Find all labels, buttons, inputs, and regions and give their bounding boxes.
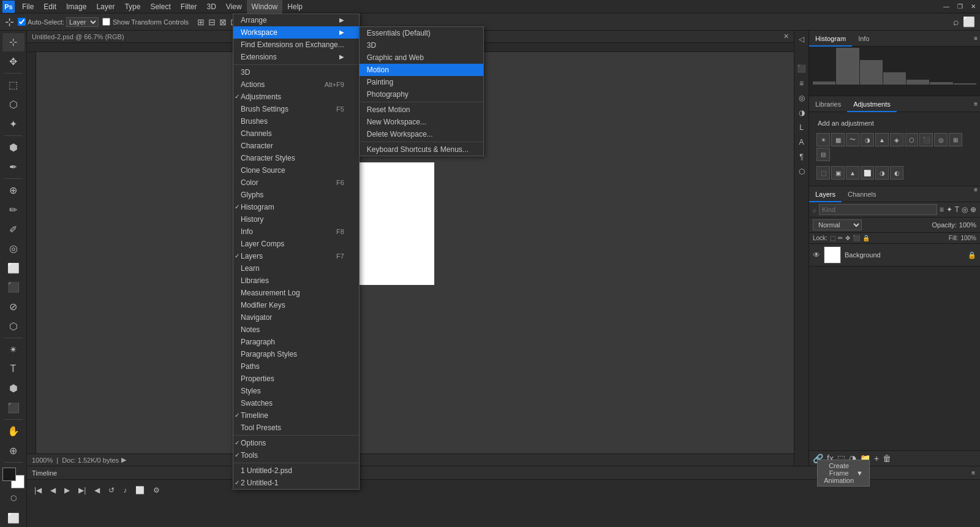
layer-row-background[interactable]: 👁 Background 🔒 [809, 244, 980, 267]
workspace-photography[interactable]: Photography [360, 88, 483, 100]
lock-all-icon[interactable]: 🔒 [862, 235, 870, 241]
filter-smart-icon[interactable]: ◎ [962, 205, 968, 214]
menu-item-info[interactable]: Info F8 [233, 226, 359, 238]
menu-edit[interactable]: Edit [39, 0, 61, 13]
timeline-menu-icon[interactable]: ≡ [971, 469, 975, 476]
menu-select[interactable]: Select [145, 0, 175, 13]
timeline-loop-icon[interactable]: ↺ [106, 485, 117, 496]
adj-gradmap-icon[interactable]: ⬜ [861, 166, 874, 180]
menu-item-glyphs[interactable]: Glyphs [233, 189, 359, 201]
menu-item-notes[interactable]: Notes [233, 324, 359, 336]
align-right-icon[interactable]: ⊠ [219, 17, 227, 27]
filter-attr-icon[interactable]: ⊕ [970, 205, 976, 214]
eyedropper-tool[interactable]: ✒ [2, 158, 24, 176]
tab-adjustments[interactable]: Adjustments [847, 96, 897, 112]
menu-item-navigator[interactable]: Navigator [233, 311, 359, 324]
histogram-menu-icon[interactable]: ≡ [974, 35, 980, 42]
adj-selective-icon[interactable]: ◑ [875, 166, 889, 180]
menu-image[interactable]: Image [61, 0, 91, 13]
workspace-motion[interactable]: Motion [360, 64, 483, 76]
timeline-play-icon[interactable]: ▶ [62, 485, 72, 496]
timeline-settings-icon[interactable]: ⚙ [151, 485, 162, 496]
expand-icon[interactable]: ⬜ [963, 16, 975, 28]
foreground-background-colors[interactable] [2, 468, 24, 488]
quick-select-tool[interactable]: ✦ [2, 115, 24, 133]
screen-mode-tool[interactable]: ⬜ [2, 509, 24, 527]
workspace-keyboard-shortcuts[interactable]: Keyboard Shortcuts & Menus... [360, 143, 483, 156]
gradient-tool[interactable]: ⬛ [2, 278, 24, 297]
menu-item-workspace[interactable]: Workspace ▶ Essentials (Default) 3D Grap… [233, 26, 359, 39]
foreground-color[interactable] [2, 468, 16, 481]
menu-item-tool-presets[interactable]: Tool Presets [233, 422, 359, 434]
delete-layer-icon[interactable]: 🗑 [883, 453, 891, 463]
spot-heal-tool[interactable]: ⊕ [2, 181, 24, 200]
lasso-tool[interactable]: ⬡ [2, 96, 24, 114]
close-canvas-icon[interactable]: ✕ [783, 32, 789, 40]
menu-item-libraries[interactable]: Libraries [233, 275, 359, 287]
hand-tool[interactable]: ✋ [2, 422, 24, 441]
menu-filter[interactable]: Filter [176, 0, 202, 13]
menu-item-properties[interactable]: Properties [233, 373, 359, 385]
workspace-new[interactable]: New Workspace... [360, 116, 483, 128]
menu-item-untitled2[interactable]: 1 Untitled-2.psd [233, 464, 359, 477]
menu-item-history[interactable]: History [233, 213, 359, 226]
tab-libraries[interactable]: Libraries [809, 96, 847, 112]
restore-button[interactable]: ❐ [956, 2, 964, 11]
menu-item-brush-settings[interactable]: Brush Settings F5 [233, 103, 359, 115]
move-tool[interactable]: ⊹ [2, 33, 24, 51]
para-mini-icon[interactable]: ¶ [796, 151, 808, 163]
close-button[interactable]: ✕ [969, 2, 978, 11]
menu-item-character[interactable]: Character [233, 140, 359, 152]
tab-layers[interactable]: Layers [809, 186, 842, 202]
adjustments-mini-icon[interactable]: ◑ [796, 107, 808, 119]
adj-photofilter-icon[interactable]: ◎ [934, 133, 948, 146]
menu-item-tools[interactable]: Tools [233, 449, 359, 461]
timeline-next-icon[interactable]: ▶| [76, 485, 88, 496]
menu-item-channels[interactable]: Channels [233, 127, 359, 140]
expand-status-icon[interactable]: ▶ [121, 456, 126, 464]
workspace-essentials[interactable]: Essentials (Default) [360, 27, 483, 39]
history-mini-icon[interactable]: ◎ [796, 92, 808, 104]
workspace-painting[interactable]: Painting [360, 76, 483, 88]
lock-position-icon[interactable]: ✥ [845, 235, 850, 241]
menu-item-paths[interactable]: Paths [233, 360, 359, 373]
quick-mask-tool[interactable]: ⬡ [2, 490, 24, 508]
menu-item-untitled1[interactable]: 2 Untitled-1 [233, 477, 359, 489]
menu-help[interactable]: Help [282, 0, 307, 13]
layers-mini-icon[interactable]: ≡ [796, 77, 808, 89]
tab-channels[interactable]: Channels [842, 186, 882, 202]
dodge-tool[interactable]: ⬡ [2, 317, 24, 335]
timeline-prev-icon[interactable]: ◀ [48, 485, 58, 496]
pen-tool[interactable]: ✴ [2, 341, 24, 359]
zoom-tool[interactable]: ⊕ [2, 442, 24, 460]
menu-item-timeline[interactable]: Timeline [233, 409, 359, 422]
menu-item-actions[interactable]: Actions Alt+F9 [233, 78, 359, 91]
menu-view[interactable]: View [221, 0, 247, 13]
workspace-delete[interactable]: Delete Workspace... [360, 128, 483, 140]
library-mini-icon[interactable]: L [796, 121, 808, 134]
menu-item-color[interactable]: Color F6 [233, 176, 359, 189]
auto-select-checkbox[interactable]: Auto-Select: Layer Group [18, 17, 99, 27]
menu-item-layer-comps[interactable]: Layer Comps [233, 238, 359, 250]
menu-layer[interactable]: Layer [91, 0, 119, 13]
crop-tool[interactable]: ⬢ [2, 138, 24, 157]
menu-3d[interactable]: 3D [202, 0, 221, 13]
align-center-h-icon[interactable]: ⊟ [208, 17, 216, 27]
lock-transparent-icon[interactable]: ⬚ [830, 235, 835, 241]
adj-shadows-icon[interactable]: ◐ [890, 166, 903, 180]
tab-histogram[interactable]: Histogram [809, 31, 852, 47]
menu-item-brushes[interactable]: Brushes [233, 115, 359, 127]
menu-type[interactable]: Type [119, 0, 145, 13]
menu-item-extensions[interactable]: Extensions ▶ [233, 51, 359, 63]
type-tool[interactable]: T [2, 360, 24, 378]
adj-invert-icon[interactable]: ⬚ [816, 166, 830, 180]
filter-effect-icon[interactable]: ✦ [946, 205, 952, 214]
adj-hsl-icon[interactable]: ◈ [890, 133, 903, 146]
menu-item-layers[interactable]: Layers F7 [233, 250, 359, 262]
align-left-icon[interactable]: ⊞ [197, 17, 205, 27]
blend-mode-select[interactable]: Normal Multiply Screen [813, 219, 862, 230]
search-icon[interactable]: ⌕ [953, 17, 959, 28]
lock-image-icon[interactable]: ✏ [838, 235, 843, 241]
adj-channelmixer-icon[interactable]: ⊞ [949, 133, 962, 146]
menu-item-learn[interactable]: Learn [233, 262, 359, 275]
